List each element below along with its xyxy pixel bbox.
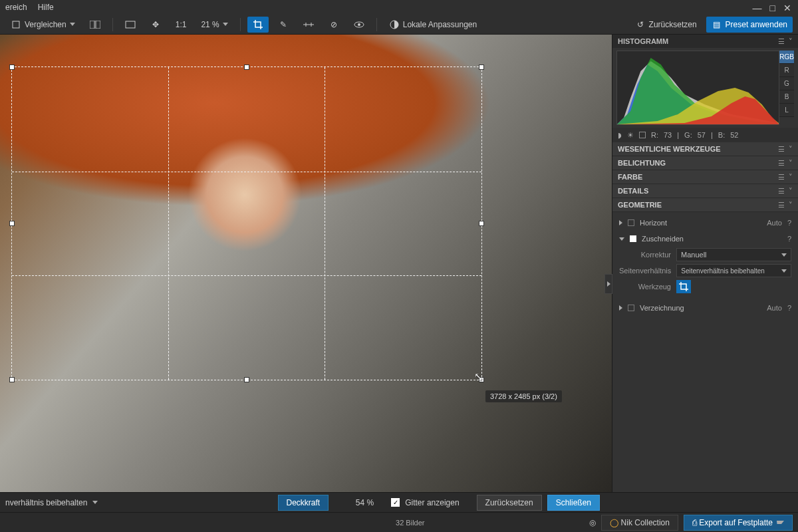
expand-icon: [619, 220, 622, 225]
crop-handle-w[interactable]: [9, 221, 15, 226]
toolbar: Vergleichen ✥ 1:1 21 % ✎ ⊘ Lokale Anpass…: [0, 15, 798, 35]
svg-point-8: [358, 23, 360, 26]
histogram-header[interactable]: HISTOGRAMM ☰˅: [612, 35, 798, 48]
histo-tab-b[interactable]: B: [779, 90, 794, 104]
crop-handle-s[interactable]: [244, 377, 249, 382]
resize-cursor-icon: ⤡: [474, 370, 483, 383]
crop-handle-nw[interactable]: [9, 65, 15, 70]
verz-label: Verzeichnung: [640, 304, 684, 312]
collapse-icon[interactable]: ˅: [789, 37, 793, 46]
histogram-chart: [616, 51, 779, 125]
aspect-dropdown-label: nverhältnis beibehalten: [5, 498, 87, 507]
compare-button[interactable]: Vergleichen: [5, 17, 80, 33]
checkbox-icon[interactable]: [630, 235, 636, 242]
crop-reset-button[interactable]: Zurücksetzen: [477, 495, 542, 511]
fit-button[interactable]: [120, 17, 141, 33]
oneone-label: 1:1: [176, 20, 187, 29]
panel-details[interactable]: DETAILS☰˅: [612, 184, 798, 198]
auto-button[interactable]: Auto: [767, 219, 782, 227]
panel-exposure[interactable]: BELICHTUNG☰˅: [612, 156, 798, 170]
histo-tab-r[interactable]: R: [779, 64, 794, 77]
panel-color[interactable]: FARBE☰˅: [612, 170, 798, 184]
crop-tool-button[interactable]: [247, 17, 269, 33]
shadow-clip-icon[interactable]: ◗: [618, 131, 622, 140]
help-icon[interactable]: ?: [787, 219, 791, 227]
b-label: B:: [718, 131, 725, 139]
panel-geometry[interactable]: GEOMETRIE☰˅: [612, 198, 798, 212]
maximize-icon[interactable]: □: [770, 3, 775, 13]
fit-icon: [125, 19, 136, 30]
geo-horizont[interactable]: Horizont Auto?: [612, 215, 798, 231]
histogram-readout: ◗ ☀ R:73 | G:57 | B:52: [612, 128, 798, 142]
geo-verzeichnung[interactable]: Verzeichnung Auto?: [612, 300, 798, 316]
tag-button[interactable]: ⊘: [323, 17, 344, 33]
nik-button[interactable]: ◯ Nik Collection: [601, 515, 678, 531]
reset-button[interactable]: ↺ Zurücksetzen: [630, 17, 702, 33]
panel-essential[interactable]: WESENTLICHE WERKZEUGE☰˅: [612, 142, 798, 156]
minimize-icon[interactable]: —: [753, 3, 762, 13]
side-panel: HISTOGRAMM ☰˅ RGB R G B L ◗: [612, 35, 798, 492]
auto-button[interactable]: Auto: [767, 304, 782, 312]
korrektur-select[interactable]: Manuell: [676, 248, 791, 261]
close-icon[interactable]: ✕: [783, 3, 791, 13]
r-value: 73: [664, 131, 672, 139]
preset-icon: ▤: [712, 19, 722, 30]
highlight-clip-icon[interactable]: ☀: [627, 131, 634, 140]
tool-label: Werkzeug: [619, 283, 671, 291]
svg-rect-0: [13, 21, 19, 28]
checkbox-icon[interactable]: [628, 305, 634, 311]
chevron-down-icon[interactable]: [777, 521, 784, 524]
crop-rectangle[interactable]: [11, 66, 482, 380]
move-icon: ✥: [150, 19, 161, 30]
eyedropper-icon: ✎: [278, 19, 289, 30]
chevron-right-icon: [607, 281, 610, 287]
chevron-down-icon: [223, 23, 228, 26]
svg-rect-3: [126, 21, 135, 28]
collapse-side-button[interactable]: [604, 274, 612, 294]
eye-button[interactable]: [348, 17, 370, 33]
crop-dimensions: 3728 x 2485 px (3/2): [485, 390, 562, 402]
crop-bar: nverhältnis beibehalten Deckkraft 54 % ✓…: [0, 492, 798, 512]
oneone-button[interactable]: 1:1: [170, 17, 192, 33]
crop-close-button[interactable]: Schließen: [547, 495, 600, 511]
footer: 32 Bilder ◎ ◯ Nik Collection ⎙ Export au…: [0, 512, 798, 532]
help-icon[interactable]: ?: [787, 235, 791, 243]
nik-icon: ◯: [610, 518, 618, 527]
pan-button[interactable]: ✥: [145, 17, 166, 33]
compare-label: Vergleichen: [25, 20, 66, 29]
crop-handle-n[interactable]: [244, 65, 249, 70]
horizon-button[interactable]: [298, 17, 319, 33]
geo-crop-header[interactable]: Zuschneiden ?: [612, 231, 798, 247]
crop-handle-e[interactable]: [479, 221, 484, 226]
crop-handle-ne[interactable]: [479, 65, 484, 70]
checkbox-icon[interactable]: [628, 219, 634, 226]
opacity-button[interactable]: Deckkraft: [278, 495, 329, 511]
histo-tab-rgb[interactable]: RGB: [779, 51, 794, 64]
crop-handle-sw[interactable]: [9, 377, 15, 382]
grid-checkbox[interactable]: ✓: [391, 498, 400, 507]
export-button[interactable]: ⎙ Export auf Festplatte: [684, 515, 793, 531]
zoom-dropdown[interactable]: 21 %: [196, 17, 233, 33]
canvas[interactable]: ⤡ 3728 x 2485 px (3/2): [0, 35, 612, 492]
local-adjust-button[interactable]: Lokale Anpassungen: [384, 17, 482, 33]
menu-hilfe[interactable]: Hilfe: [38, 3, 54, 12]
aspect-select[interactable]: Seitenverhältnis beibehalten: [676, 264, 791, 277]
menu-bereich[interactable]: ereich: [5, 3, 27, 12]
preset-apply-button[interactable]: ▤ Preset anwenden: [706, 17, 793, 33]
target-icon[interactable]: ◎: [589, 518, 596, 527]
local-label: Lokale Anpassungen: [403, 20, 477, 29]
b-value: 52: [730, 131, 738, 139]
korrektur-label: Korrektur: [619, 251, 671, 259]
help-icon[interactable]: ?: [787, 304, 791, 312]
r-label: R:: [651, 131, 658, 139]
crop-tool-toggle[interactable]: [676, 280, 691, 293]
svg-rect-1: [90, 21, 94, 29]
menu-icon[interactable]: ☰: [778, 37, 785, 46]
histo-tab-g[interactable]: G: [779, 77, 794, 90]
sidebyside-button[interactable]: [84, 17, 106, 33]
histo-tab-l[interactable]: L: [779, 104, 794, 117]
chevron-down-icon[interactable]: [92, 501, 98, 504]
picker-button[interactable]: ✎: [273, 17, 294, 33]
g-label: G:: [684, 131, 692, 139]
eye-icon: [354, 19, 364, 30]
